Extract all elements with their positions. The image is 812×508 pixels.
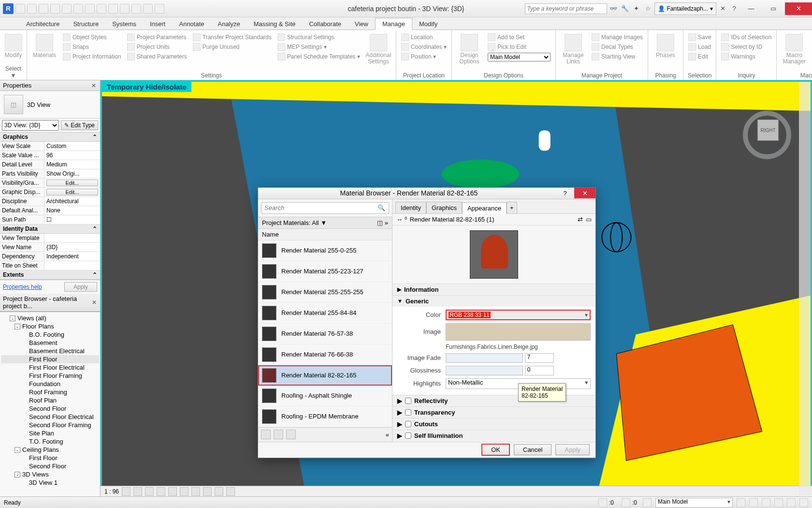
transparency-section[interactable]: ▶ Transparency <box>392 406 595 418</box>
property-row[interactable]: DisciplineArchitectural <box>0 197 100 206</box>
tree-node[interactable]: Roof Plan <box>1 396 99 404</box>
expand-icon[interactable]: « <box>386 431 389 438</box>
close-button[interactable]: ✕ <box>785 2 812 15</box>
manage-project-item-1[interactable]: Decal Types <box>591 43 644 51</box>
qat-text-icon[interactable] <box>97 4 106 14</box>
macro-manager-button[interactable]: Macro Manager <box>780 32 809 71</box>
tree-node[interactable]: -Ceiling Plans <box>1 446 99 454</box>
tree-node[interactable]: Second Floor <box>1 404 99 413</box>
view-canvas[interactable]: Temporary Hide/Isolate RIGHT <box>101 80 812 496</box>
manage-project-item-2[interactable]: Starting View <box>591 52 644 61</box>
property-row[interactable]: Scale Value ...96 <box>0 151 100 160</box>
material-tab-identity[interactable]: Identity <box>395 202 426 213</box>
material-item[interactable]: Render Material 255-255-255 <box>258 282 392 303</box>
crop-region-icon[interactable] <box>191 487 200 496</box>
location-item-1[interactable]: Coordinates ▾ <box>400 43 448 51</box>
qat-print-icon[interactable] <box>62 4 72 14</box>
edit-type-button[interactable]: ✎ Edit Type <box>61 120 98 130</box>
status-tool-7[interactable] <box>774 498 783 507</box>
crop-icon[interactable] <box>180 487 188 496</box>
status-tool-4[interactable] <box>737 498 745 507</box>
view-scale[interactable]: 1 : 96 <box>104 488 119 495</box>
main-model-dropdown[interactable]: Main Model <box>487 52 551 62</box>
tree-node[interactable]: -Floor Plans <box>1 322 99 330</box>
qat-align-icon[interactable] <box>85 4 95 14</box>
tab-manage[interactable]: Manage <box>375 18 412 30</box>
glossiness-value[interactable]: 0 <box>525 366 554 375</box>
tree-node[interactable]: First Floor <box>1 454 99 462</box>
qat-redo-icon[interactable] <box>50 4 60 14</box>
status-tool-3[interactable] <box>643 498 652 507</box>
modify-tool[interactable]: Modify <box>3 32 24 64</box>
material-item[interactable]: Render Material 255-0-255 <box>258 240 392 261</box>
tab-analyze[interactable]: Analyze <box>211 18 247 30</box>
tree-node[interactable]: Second Floor Electrical <box>1 413 99 421</box>
property-row[interactable]: Default Anal...None <box>0 206 100 215</box>
view-cube[interactable]: RIGHT <box>743 111 791 159</box>
tree-node[interactable]: -Views (all) <box>1 314 99 322</box>
exchange-icon[interactable]: ✕ <box>717 3 728 14</box>
status-tool-8[interactable] <box>787 498 796 507</box>
sun-path-icon[interactable] <box>145 487 154 496</box>
material-tab-graphics[interactable]: Graphics <box>426 202 462 213</box>
selection-item-0[interactable]: Save <box>687 33 712 42</box>
tab-insert[interactable]: Insert <box>143 18 173 30</box>
library-icon[interactable] <box>274 430 283 439</box>
apply-button[interactable]: Apply <box>555 444 590 455</box>
property-row[interactable]: View Name{3D} <box>0 243 100 252</box>
lock-icon[interactable] <box>203 487 212 496</box>
status-filter-icon[interactable] <box>799 498 808 507</box>
property-row[interactable]: View Template <box>0 234 100 243</box>
tab-systems[interactable]: Systems <box>105 18 143 30</box>
qat-thin-icon[interactable] <box>131 4 141 14</box>
temp-hide-icon[interactable] <box>215 487 223 496</box>
project-browser[interactable]: -Views (all)-Floor PlansB.O. FootingBase… <box>0 312 100 496</box>
color-field[interactable]: RGB 238 33 11 <box>446 310 591 320</box>
materials-button[interactable]: Materials <box>30 32 59 71</box>
tree-node[interactable]: Roof Framing <box>1 388 99 396</box>
search-icon[interactable]: 🔍 <box>377 204 385 211</box>
ok-button[interactable]: OK <box>481 444 510 456</box>
property-row[interactable]: Title on Sheet <box>0 261 100 270</box>
qat-measure-icon[interactable] <box>73 4 83 14</box>
material-list[interactable]: Render Material 255-0-255Render Material… <box>258 240 392 427</box>
nav-bar[interactable] <box>799 82 811 495</box>
property-row[interactable]: Graphic Disp...Edit... <box>0 188 100 197</box>
property-row[interactable]: DependencyIndependent <box>0 252 100 261</box>
dialog-titlebar[interactable]: Material Browser - Render Material 82-82… <box>258 188 595 199</box>
selection-item-1[interactable]: Load <box>687 43 712 51</box>
settings-item-2[interactable]: Shared Parameters <box>126 52 188 61</box>
visual-style-icon[interactable] <box>133 487 142 496</box>
reveal-icon[interactable] <box>226 487 235 496</box>
settings-item-1[interactable]: Snaps <box>62 43 122 51</box>
settings-item-0[interactable]: Object Styles <box>62 33 122 42</box>
inquiry-item-2[interactable]: Warnings <box>720 52 772 61</box>
self-illumination-section[interactable]: ▶ Self Illumination <box>392 430 595 441</box>
render-icon[interactable] <box>168 487 177 496</box>
cutouts-section[interactable]: ▶ Cutouts <box>392 418 595 430</box>
qat-close-icon[interactable] <box>143 4 153 14</box>
material-item[interactable]: Render Material 76-57-38 <box>258 324 392 344</box>
tab-annotate[interactable]: Annotate <box>172 18 211 30</box>
key-icon[interactable]: 🔧 <box>620 3 630 14</box>
share-icon[interactable]: ✦ <box>631 3 642 14</box>
binoculars-icon[interactable]: 👓 <box>608 3 619 14</box>
status-tool-6[interactable] <box>762 498 770 507</box>
settings-item-2[interactable]: Panel Schedule Templates ▾ <box>276 52 361 61</box>
properties-close-icon[interactable]: ✕ <box>90 82 97 89</box>
favorite-icon[interactable]: ☆ <box>643 3 653 14</box>
tab-structure[interactable]: Structure <box>66 18 105 30</box>
properties-help-link[interactable]: Properties help <box>3 284 42 290</box>
settings-item-2[interactable]: Project Information <box>62 52 122 61</box>
status-tool-5[interactable] <box>749 498 758 507</box>
material-item[interactable]: Render Material 76-66-38 <box>258 344 392 365</box>
image-fade-value[interactable]: 7 <box>525 353 554 363</box>
tree-node[interactable]: Basement Electrical <box>1 347 99 355</box>
phases-button[interactable]: Phases <box>651 32 680 71</box>
settings-item-1[interactable]: Project Units <box>126 43 188 51</box>
tab-modify[interactable]: Modify <box>412 18 444 30</box>
tab-collaborate[interactable]: Collaborate <box>302 18 348 30</box>
view-mode-icon[interactable] <box>286 430 296 439</box>
tree-node[interactable]: Second Floor Framing <box>1 421 99 429</box>
property-row[interactable]: Parts VisibilityShow Origi... <box>0 169 100 179</box>
